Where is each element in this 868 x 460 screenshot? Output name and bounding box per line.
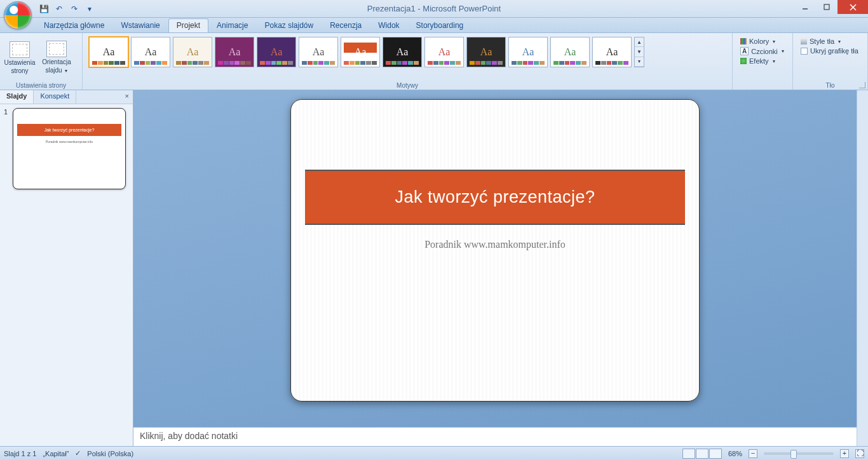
ribbon-tab-narzędzia-główne[interactable]: Narzędzia główne <box>36 18 112 32</box>
theme-thumbnail[interactable]: Aa <box>131 37 170 67</box>
quick-access-toolbar: 💾 ↶ ↷ ▾ <box>37 0 97 17</box>
theme-fonts-button[interactable]: ACzcionki▾ <box>739 46 786 56</box>
group-themes: AaAaAaAaAaAaAaAaAaAaAaAaAa▲▼▾ Motywy <box>83 33 733 90</box>
svg-rect-1 <box>824 4 829 10</box>
ribbon-tab-animacje[interactable]: Animacje <box>208 18 256 32</box>
thumb-title: Jak tworzyć prezentacje? <box>17 124 121 136</box>
workspace: Slajdy Konspekt × 1 Jak tworzyć prezenta… <box>0 90 868 446</box>
title-bar: 💾 ↶ ↷ ▾ Prezentacja1 - Microsoft PowerPo… <box>0 0 868 18</box>
group-page-setup: Ustawienia strony Orientacja slajdu ▾ Us… <box>0 33 83 90</box>
page-setup-icon <box>10 41 30 58</box>
theme-thumbnail[interactable]: Aa <box>466 37 506 67</box>
panel-close[interactable]: × <box>121 90 133 104</box>
group-background: Style tła▾ Ukryj grafikę tła Tło <box>793 33 868 90</box>
page-setup-button[interactable]: Ustawienia strony <box>3 34 37 81</box>
tab-slides[interactable]: Slajdy <box>0 90 34 104</box>
window-title: Prezentacja1 - Microsoft PowerPoint <box>367 4 501 13</box>
group-label: Motywy <box>83 82 732 89</box>
label: Orientacja <box>42 58 71 65</box>
slide-orientation-button[interactable]: Orientacja slajdu ▾ <box>39 34 74 81</box>
hide-graphics-checkbox[interactable]: Ukryj grafikę tła <box>799 46 861 55</box>
theme-thumbnail[interactable]: Aa <box>508 37 548 67</box>
theme-thumbnail[interactable]: Aa <box>592 37 632 67</box>
dialog-launcher-icon[interactable] <box>859 82 865 88</box>
status-bar: Slajd 1 z 1 „Kapitał” ✓ Polski (Polska) … <box>0 446 868 460</box>
theme-colors-button[interactable]: Kolory▾ <box>739 37 786 46</box>
orientation-icon <box>46 41 67 57</box>
office-button[interactable] <box>4 1 32 29</box>
group-label: Tło <box>793 82 867 89</box>
theme-thumbnail[interactable]: Aa <box>257 37 296 67</box>
slide-subtitle-placeholder[interactable]: Poradnik www.mamkomputer.info <box>291 239 699 250</box>
view-buttons <box>682 449 722 459</box>
thumbnail-list: 1 Jak tworzyć prezentacje? Poradnik www.… <box>0 104 133 446</box>
thumbnail-number: 1 <box>4 108 10 189</box>
ribbon-tab-projekt[interactable]: Projekt <box>168 18 208 32</box>
fit-to-window[interactable]: ⛶ <box>855 449 864 458</box>
view-slideshow[interactable] <box>709 449 722 459</box>
ribbon-tab-wstawianie[interactable]: Wstawianie <box>112 18 168 32</box>
qat-customize[interactable]: ▾ <box>83 3 97 15</box>
theme-thumbnail[interactable]: Aa <box>550 37 590 67</box>
theme-thumbnail[interactable]: Aa <box>215 37 254 67</box>
thumbnail-item[interactable]: 1 Jak tworzyć prezentacje? Poradnik www.… <box>4 108 129 189</box>
zoom-level[interactable]: 68% <box>728 450 742 457</box>
ribbon-tabs: Narzędzia główneWstawianieProjektAnimacj… <box>0 18 868 33</box>
thumbnail-preview: Jak tworzyć prezentacje? Poradnik www.ma… <box>13 108 126 189</box>
qat-save[interactable]: 💾 <box>37 3 51 15</box>
window-controls <box>794 0 868 14</box>
slides-panel: Slajdy Konspekt × 1 Jak tworzyć prezenta… <box>0 90 133 446</box>
notes-pane[interactable]: Kliknij, aby dodać notatki <box>133 427 857 446</box>
ribbon-tab-pokaz-slajdów[interactable]: Pokaz slajdów <box>256 18 322 32</box>
ribbon-tab-storyboarding[interactable]: Storyboarding <box>408 18 472 32</box>
zoom-slider[interactable] <box>764 452 834 455</box>
slide-title-placeholder[interactable]: Jak tworzyć prezentacje? <box>305 170 685 225</box>
minimize-button[interactable] <box>794 0 816 14</box>
group-theme-options: Kolory▾ ACzcionki▾ Efekty▾ <box>733 33 793 90</box>
maximize-button[interactable] <box>816 0 837 14</box>
slide-canvas-area[interactable]: Jak tworzyć prezentacje? Poradnik www.ma… <box>133 90 857 427</box>
label: Ustawienia <box>4 59 36 66</box>
theme-effects-button[interactable]: Efekty▾ <box>739 57 786 65</box>
status-theme[interactable]: „Kapitał” <box>43 450 69 457</box>
panel-tabs: Slajdy Konspekt × <box>0 90 133 104</box>
group-label: Ustawienia strony <box>0 82 82 89</box>
qat-undo[interactable]: ↶ <box>52 3 66 15</box>
status-language[interactable]: Polski (Polska) <box>87 450 133 457</box>
close-button[interactable] <box>837 0 868 14</box>
label: strony <box>11 67 28 74</box>
theme-thumbnail[interactable]: Aa <box>341 37 380 67</box>
qat-redo[interactable]: ↷ <box>67 3 81 15</box>
ribbon-tab-recenzja[interactable]: Recenzja <box>322 18 370 32</box>
status-slide-count: Slajd 1 z 1 <box>4 450 36 457</box>
theme-thumbnail[interactable]: Aa <box>383 37 422 67</box>
gallery-scroll[interactable]: ▲▼▾ <box>634 37 644 67</box>
theme-thumbnail[interactable]: Aa <box>89 37 128 67</box>
vertical-scrollbar[interactable] <box>857 90 868 446</box>
ribbon: Ustawienia strony Orientacja slajdu ▾ Us… <box>0 33 868 90</box>
editor-area: Jak tworzyć prezentacje? Poradnik www.ma… <box>133 90 857 446</box>
view-normal[interactable] <box>682 449 695 459</box>
zoom-out[interactable]: − <box>749 449 757 458</box>
zoom-in[interactable]: + <box>840 449 849 458</box>
slide[interactable]: Jak tworzyć prezentacje? Poradnik www.ma… <box>290 99 700 402</box>
theme-thumbnail[interactable]: Aa <box>173 37 212 67</box>
theme-thumbnail[interactable]: Aa <box>424 37 464 67</box>
label: slajdu ▾ <box>46 67 68 74</box>
background-styles-button[interactable]: Style tła▾ <box>799 37 861 46</box>
theme-thumbnail[interactable]: Aa <box>299 37 338 67</box>
view-sorter[interactable] <box>696 449 709 459</box>
spellcheck-icon[interactable]: ✓ <box>75 449 81 457</box>
thumb-subtitle: Poradnik www.mamkomputer.info <box>13 140 125 144</box>
ribbon-tab-widok[interactable]: Widok <box>370 18 407 32</box>
tab-outline[interactable]: Konspekt <box>34 90 76 104</box>
